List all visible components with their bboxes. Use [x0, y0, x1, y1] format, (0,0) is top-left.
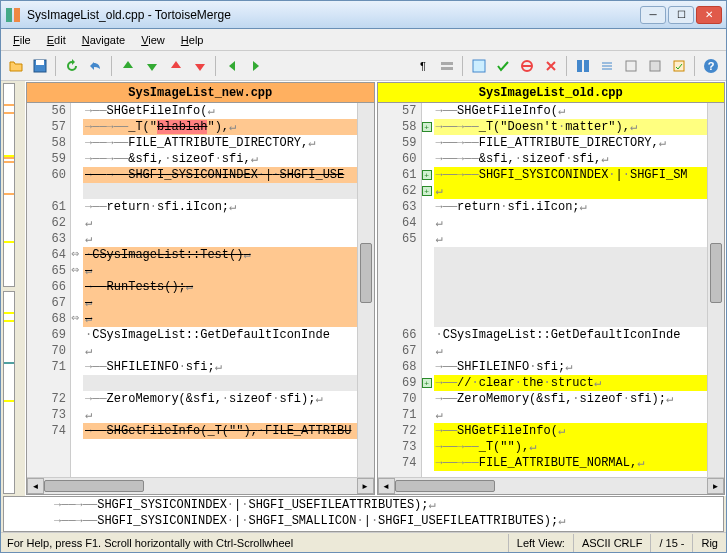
code-line[interactable]: ↵	[83, 407, 357, 423]
menu-view[interactable]: View	[133, 32, 173, 48]
menu-file[interactable]: File	[5, 32, 39, 48]
code-line[interactable]: →——→——_T("Doesn't·matter"),↵	[434, 119, 708, 135]
next-conflict-icon[interactable]	[189, 55, 211, 77]
use-left-icon[interactable]	[468, 55, 490, 77]
collapse-icon[interactable]	[596, 55, 618, 77]
code-line[interactable]: ↵	[83, 263, 357, 279]
nav-back-icon[interactable]	[221, 55, 243, 77]
code-line[interactable]	[434, 311, 708, 327]
code-line[interactable]: →——→——&sfi,·sizeof·sfi,↵	[434, 151, 708, 167]
cancel-icon[interactable]	[540, 55, 562, 77]
line-number: 57	[27, 119, 70, 135]
code-line[interactable]: →——return·sfi.iIcon;↵	[434, 199, 708, 215]
main-window: SysImageList_old.cpp - TortoiseMerge ─ ☐…	[0, 0, 727, 553]
left-pane-title: SysImageList_new.cpp	[27, 83, 374, 103]
code-line[interactable]: →——→——FILE_ATTRIBUTE_DIRECTORY,↵	[83, 135, 357, 151]
wrap-icon[interactable]	[644, 55, 666, 77]
code-line[interactable]	[434, 295, 708, 311]
code-line[interactable]: ↵	[434, 231, 708, 247]
code-line[interactable]: ↵	[434, 183, 708, 199]
code-line[interactable]: →——SHGetFileInfo(↵	[83, 103, 357, 119]
prev-diff-icon[interactable]	[117, 55, 139, 77]
line-number: 64	[27, 247, 70, 263]
code-line[interactable]: →——→——SHGFI_SYSICONINDEX·|·SHGFI_SM	[434, 167, 708, 183]
line-number	[27, 375, 70, 391]
compare-ws-icon[interactable]	[620, 55, 642, 77]
code-line[interactable]: →——SHFILEINFO·sfi;↵	[434, 359, 708, 375]
code-line[interactable]: →——SHGetFileInfo(_T(""),·FILE_ATTRIBU	[83, 423, 357, 439]
menu-navigate[interactable]: Navigate	[74, 32, 133, 48]
inline-diff-icon[interactable]	[436, 55, 458, 77]
line-number: 67	[27, 295, 70, 311]
code-line[interactable]: →——→——SHGFI_SYSICONINDEX·|·SHGFI_USE	[83, 167, 357, 183]
code-line[interactable]: ·CSysImageList::GetDefaultIconInde	[83, 327, 357, 343]
merge-result-pane[interactable]: →——→——SHGFI_SYSICONINDEX·|·SHGFI_USEFILE…	[3, 496, 724, 532]
code-line[interactable]: →——→——FILE_ATTRIBUTE_NORMAL,↵	[434, 455, 708, 471]
line-number	[378, 295, 421, 311]
code-line[interactable]: ↵	[83, 311, 357, 327]
code-line[interactable]: →——return·sfi.iIcon;↵	[83, 199, 357, 215]
minimize-button[interactable]: ─	[640, 6, 666, 24]
left-overview-gutter[interactable]	[1, 81, 25, 496]
reload-icon[interactable]	[61, 55, 83, 77]
code-line[interactable]	[434, 247, 708, 263]
left-hscroll[interactable]: ◄ ►	[27, 477, 374, 494]
maximize-button[interactable]: ☐	[668, 6, 694, 24]
left-vscroll[interactable]	[357, 103, 374, 477]
undo-icon[interactable]	[85, 55, 107, 77]
open-icon[interactable]	[5, 55, 27, 77]
whitespace-icon[interactable]: ¶	[412, 55, 434, 77]
menu-edit[interactable]: Edit	[39, 32, 74, 48]
settings-icon[interactable]	[668, 55, 690, 77]
code-line[interactable]: →——→——_T("blablah"),↵	[83, 119, 357, 135]
merge-line[interactable]: →——→——SHGFI_SYSICONINDEX·|·SHGFI_USEFILE…	[4, 497, 723, 513]
next-diff-icon[interactable]	[141, 55, 163, 77]
right-code-area[interactable]: 575859606162636465666768697071727374 +++…	[378, 103, 725, 477]
svg-rect-4	[441, 62, 453, 65]
save-icon[interactable]	[29, 55, 51, 77]
code-line[interactable]: ↵	[434, 407, 708, 423]
prev-conflict-icon[interactable]	[165, 55, 187, 77]
code-line[interactable]	[434, 279, 708, 295]
code-line[interactable]	[434, 263, 708, 279]
code-line[interactable]: →——ZeroMemory(&sfi,·sizeof·sfi);↵	[83, 391, 357, 407]
reject-icon[interactable]	[516, 55, 538, 77]
code-line[interactable]: →——SHFILEINFO·sfi;↵	[83, 359, 357, 375]
view-onepane-icon[interactable]	[572, 55, 594, 77]
code-line[interactable]	[83, 375, 357, 391]
menu-help[interactable]: Help	[173, 32, 212, 48]
code-line[interactable]: ·CSysImageList::GetDefaultIconInde	[434, 327, 708, 343]
right-hscroll[interactable]: ◄ ►	[378, 477, 725, 494]
line-number: 60	[27, 167, 70, 183]
code-line[interactable]: →——RunTests();↵	[83, 279, 357, 295]
line-number: 70	[378, 391, 421, 407]
merge-line[interactable]: →——→——SHGFI_SYSICONINDEX·|·SHGFI_SMALLIC…	[4, 513, 723, 529]
code-line[interactable]	[83, 183, 357, 199]
code-line[interactable]: ↵	[83, 231, 357, 247]
menubar: File Edit Navigate View Help	[1, 29, 726, 51]
code-line[interactable]: ·CSysImageList::Test()↵	[83, 247, 357, 263]
code-line[interactable]: →——//·clear·the·struct↵	[434, 375, 708, 391]
code-line[interactable]: →——→——_T(""),↵	[434, 439, 708, 455]
help-icon[interactable]: ?	[700, 55, 722, 77]
right-vscroll[interactable]	[707, 103, 724, 477]
code-line[interactable]: ↵	[83, 343, 357, 359]
code-line[interactable]: ↵	[83, 295, 357, 311]
titlebar[interactable]: SysImageList_old.cpp - TortoiseMerge ─ ☐…	[1, 1, 726, 29]
code-line[interactable]: →——SHGetFileInfo(↵	[434, 103, 708, 119]
code-line[interactable]: →——SHGetFileInfo(↵	[434, 423, 708, 439]
code-line[interactable]: ↵	[83, 215, 357, 231]
code-line[interactable]: →——ZeroMemory(&sfi,·sizeof·sfi);↵	[434, 391, 708, 407]
code-line[interactable]: →——→——FILE_ATTRIBUTE_DIRECTORY,↵	[434, 135, 708, 151]
code-line[interactable]: →——→——&sfi,·sizeof·sfi,↵	[83, 151, 357, 167]
close-button[interactable]: ✕	[696, 6, 722, 24]
code-line[interactable]: ↵	[434, 215, 708, 231]
nav-fwd-icon[interactable]	[245, 55, 267, 77]
accept-icon[interactable]	[492, 55, 514, 77]
line-number: 65	[378, 231, 421, 247]
code-line[interactable]: ↵	[434, 343, 708, 359]
line-number: 56	[27, 103, 70, 119]
svg-rect-11	[626, 61, 636, 71]
window-title: SysImageList_old.cpp - TortoiseMerge	[27, 8, 640, 22]
left-code-area[interactable]: 56575859606162636465666768697071727374 ⇔…	[27, 103, 374, 477]
